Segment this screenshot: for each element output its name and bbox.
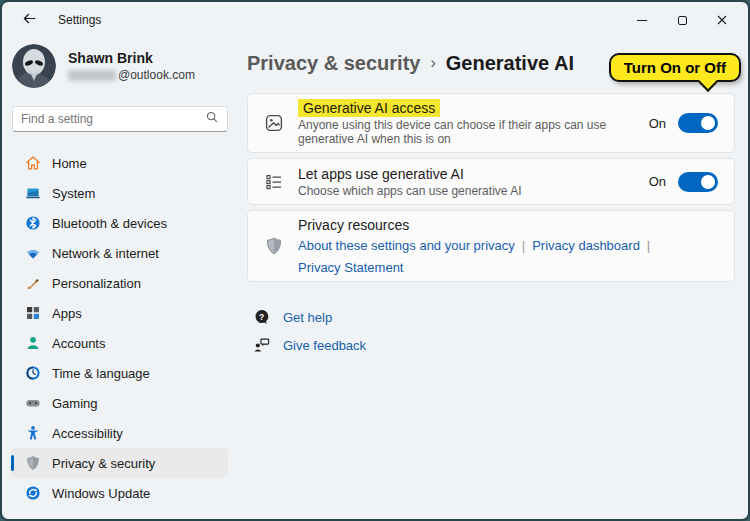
search-input[interactable] xyxy=(21,112,205,126)
sidebar-item-label: Time & language xyxy=(52,366,150,381)
get-help-label: Get help xyxy=(283,310,332,325)
card-text: Generative AI access Anyone using this d… xyxy=(298,100,649,146)
toggle-state-label: On xyxy=(649,116,666,131)
accounts-icon xyxy=(25,335,41,351)
sidebar-item-network-internet[interactable]: Network & internet xyxy=(11,238,228,268)
give-feedback-label: Give feedback xyxy=(283,338,366,353)
privacy-links: About these settings and your privacy | … xyxy=(298,238,718,275)
window-controls xyxy=(622,5,742,35)
avatar xyxy=(12,44,56,88)
feedback-person-icon xyxy=(253,336,271,354)
minimize-button[interactable] xyxy=(622,5,662,35)
app-body: Shawn Brink @outlook.com xyxy=(2,38,748,519)
accessibility-icon xyxy=(25,425,41,441)
search-box[interactable] xyxy=(12,106,228,132)
generative-ai-access-toggle[interactable] xyxy=(678,113,718,133)
sidebar-item-label: System xyxy=(52,186,95,201)
footer-links: ? Get help Give feedback xyxy=(247,308,735,354)
link-privacy-dashboard[interactable]: Privacy dashboard xyxy=(532,238,640,253)
settings-cards: Generative AI access Anyone using this d… xyxy=(247,93,735,282)
sidebar-item-label: Bluetooth & devices xyxy=(52,216,167,231)
privacy-security-icon xyxy=(25,455,41,471)
shield-icon xyxy=(264,236,284,256)
link-separator: | xyxy=(647,238,650,253)
sidebar-item-time-language[interactable]: Time & language xyxy=(11,358,228,388)
sidebar: Shawn Brink @outlook.com xyxy=(2,38,242,519)
minimize-icon xyxy=(637,20,647,21)
sidebar-item-accessibility[interactable]: Accessibility xyxy=(11,418,228,448)
highlighted-title: Generative AI access xyxy=(298,99,440,117)
page-title: Generative AI xyxy=(446,52,574,75)
maximize-icon xyxy=(678,16,687,25)
titlebar: Settings xyxy=(2,2,748,38)
sidebar-item-system[interactable]: System xyxy=(11,178,228,208)
sidebar-item-label: Personalization xyxy=(52,276,141,291)
sidebar-item-privacy-security[interactable]: Privacy & security xyxy=(11,448,228,478)
sidebar-item-label: Accessibility xyxy=(52,426,123,441)
sidebar-item-personalization[interactable]: Personalization xyxy=(11,268,228,298)
windows-update-icon xyxy=(25,485,41,501)
turn-on-off-callout: Turn On or Off xyxy=(609,53,741,82)
user-profile[interactable]: Shawn Brink @outlook.com xyxy=(12,44,232,88)
close-icon xyxy=(717,11,727,29)
back-button[interactable] xyxy=(14,8,44,32)
sidebar-item-gaming[interactable]: Gaming xyxy=(11,388,228,418)
setting-description: Anyone using this device can choose if t… xyxy=(298,118,649,146)
generative-ai-access-card: Generative AI access Anyone using this d… xyxy=(247,93,735,153)
sidebar-item-windows-update[interactable]: Windows Update xyxy=(11,478,228,508)
apps-icon xyxy=(25,305,41,321)
personalization-icon xyxy=(25,275,41,291)
system-icon xyxy=(25,185,41,201)
let-apps-use-generative-ai-card[interactable]: Let apps use generative AI Choose which … xyxy=(247,158,735,205)
sidebar-item-label: Network & internet xyxy=(52,246,159,261)
card-text: Privacy resources About these settings a… xyxy=(298,217,718,275)
home-icon xyxy=(25,155,41,171)
image-sparkle-icon xyxy=(264,113,284,133)
sidebar-item-label: Privacy & security xyxy=(52,456,155,471)
sidebar-item-label: Windows Update xyxy=(52,486,150,501)
main-content: Privacy & security › Generative AI Turn … xyxy=(242,38,748,519)
link-separator: | xyxy=(522,238,525,253)
gaming-icon xyxy=(25,395,41,411)
card-right: On xyxy=(649,172,718,192)
setting-title: Let apps use generative AI xyxy=(298,166,521,182)
link-about-these-settings[interactable]: About these settings and your privacy xyxy=(298,238,515,253)
callout-label: Turn On or Off xyxy=(624,59,726,76)
profile-name: Shawn Brink xyxy=(68,50,195,66)
sidebar-item-label: Home xyxy=(52,156,87,171)
network-icon xyxy=(25,245,41,261)
back-arrow-icon xyxy=(22,11,37,30)
profile-email: @outlook.com xyxy=(68,68,195,82)
settings-window: Settings xyxy=(0,0,750,521)
email-redacted-blur xyxy=(68,70,116,81)
let-apps-use-generative-ai-toggle[interactable] xyxy=(678,172,718,192)
give-feedback-link[interactable]: Give feedback xyxy=(253,336,366,354)
breadcrumb-parent[interactable]: Privacy & security xyxy=(247,52,420,75)
sidebar-item-label: Apps xyxy=(52,306,82,321)
sidebar-nav: Home System Bluetooth & devices xyxy=(2,148,242,508)
app-list-icon xyxy=(264,172,284,192)
email-domain: @outlook.com xyxy=(118,68,195,82)
breadcrumb-separator: › xyxy=(430,54,435,72)
setting-title: Generative AI access xyxy=(298,100,649,116)
maximize-button[interactable] xyxy=(662,5,702,35)
sidebar-item-bluetooth-devices[interactable]: Bluetooth & devices xyxy=(11,208,228,238)
svg-text:?: ? xyxy=(259,312,264,322)
get-help-link[interactable]: ? Get help xyxy=(253,308,332,326)
sidebar-item-label: Gaming xyxy=(52,396,98,411)
close-button[interactable] xyxy=(702,5,742,35)
search-icon xyxy=(205,110,219,128)
selected-indicator xyxy=(11,455,14,471)
setting-title: Privacy resources xyxy=(298,217,718,233)
toggle-knob xyxy=(701,116,715,130)
toggle-state-label: On xyxy=(649,174,666,189)
card-right: On xyxy=(649,113,718,133)
sidebar-item-apps[interactable]: Apps xyxy=(11,298,228,328)
sidebar-item-accounts[interactable]: Accounts xyxy=(11,328,228,358)
sidebar-item-home[interactable]: Home xyxy=(11,148,228,178)
setting-description: Choose which apps can use generative AI xyxy=(298,184,521,198)
link-privacy-statement[interactable]: Privacy Statement xyxy=(298,260,404,275)
toggle-knob xyxy=(701,175,715,189)
card-text: Let apps use generative AI Choose which … xyxy=(298,166,521,198)
time-language-icon xyxy=(25,365,41,381)
